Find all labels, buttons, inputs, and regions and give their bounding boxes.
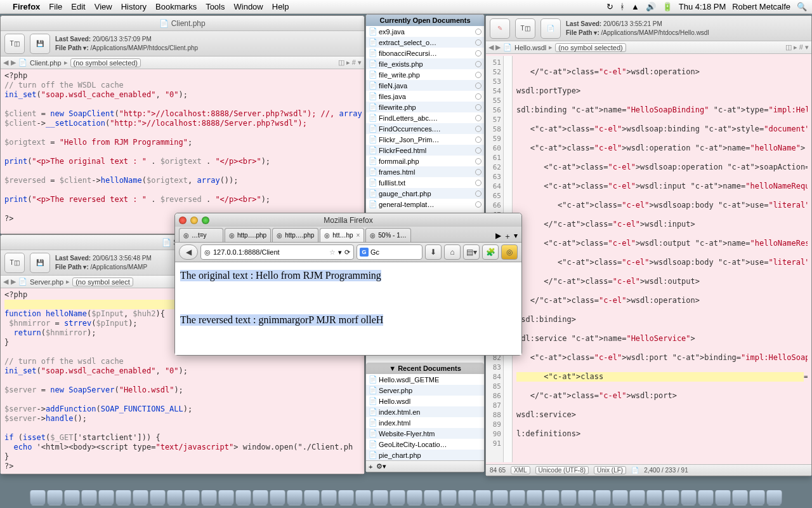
menu-help[interactable]: Help: [272, 2, 289, 11]
doc-row[interactable]: 📄 fileN.java: [366, 80, 484, 91]
doc-row[interactable]: 📄 fibonacciRecursi…: [366, 48, 484, 58]
browser-tab[interactable]: ◎http….php: [225, 228, 271, 242]
doc-row[interactable]: 📄 Hello.wsdl_GETME: [366, 374, 484, 385]
spotlight-icon[interactable]: 🔍: [797, 2, 807, 11]
gear-icon[interactable]: ⚙▾: [376, 462, 386, 471]
dock-icon[interactable]: [270, 490, 285, 505]
text-options-button[interactable]: T◫: [4, 253, 25, 273]
dock-icon[interactable]: [681, 490, 697, 505]
dock-icon[interactable]: [287, 490, 303, 505]
dock-icon[interactable]: [167, 490, 183, 505]
save-button[interactable]: 💾: [30, 34, 50, 54]
dock-icon[interactable]: [441, 490, 457, 505]
text-options-button[interactable]: T◫: [4, 34, 25, 54]
dock-icon[interactable]: [150, 490, 166, 505]
close-doc-icon[interactable]: [475, 29, 481, 35]
dock-icon[interactable]: [698, 490, 714, 505]
browser-tab[interactable]: ◎http….php: [272, 228, 318, 242]
clock[interactable]: Thu 4:18 PM: [679, 2, 726, 11]
nav-fwd-icon[interactable]: ▶: [11, 277, 16, 286]
encoding-select[interactable]: Unicode (UTF-8): [535, 466, 589, 474]
recent-docs-header[interactable]: ▼ Recent Documents: [366, 363, 484, 374]
doc-row[interactable]: 📄 file_exists.php: [366, 58, 484, 69]
dock-icon[interactable]: [372, 490, 388, 505]
home-button[interactable]: ⌂: [444, 244, 461, 260]
doc-row[interactable]: 📄 extract_select_o…: [366, 37, 484, 48]
reload-icon[interactable]: ⟳: [344, 248, 350, 257]
user-name[interactable]: Robert Metcalfe: [732, 2, 790, 11]
bookmarks-button[interactable]: ▤▾: [463, 244, 480, 260]
menu-history[interactable]: History: [121, 2, 147, 11]
doc-row[interactable]: 📄 FindOccurrences.…: [366, 123, 484, 134]
dock-icon[interactable]: [184, 490, 200, 505]
dock-icon[interactable]: [252, 490, 268, 505]
close-doc-icon[interactable]: [475, 126, 481, 132]
close-doc-icon[interactable]: [475, 61, 481, 67]
bookmark-star-icon[interactable]: ☆: [329, 248, 336, 257]
menu-tools[interactable]: Tools: [206, 2, 225, 11]
close-tab-icon[interactable]: ×: [356, 232, 360, 239]
edit-button[interactable]: ✎: [490, 18, 510, 39]
battery-icon[interactable]: 🔋: [662, 2, 672, 11]
dock-icon[interactable]: [732, 490, 748, 505]
dock-icon[interactable]: [561, 490, 577, 505]
dock-icon[interactable]: [133, 490, 148, 505]
doc-row[interactable]: 📄 Hello.wsdl: [366, 396, 484, 406]
close-doc-icon[interactable]: [475, 72, 481, 78]
crumb-file[interactable]: Server.php: [30, 278, 63, 286]
dock-icon[interactable]: [201, 490, 217, 505]
add-button[interactable]: +: [369, 463, 372, 471]
doc-row[interactable]: 📄 gauge_chart.php: [366, 188, 484, 199]
dock-icon[interactable]: [218, 490, 234, 505]
dock-icon[interactable]: [98, 490, 114, 505]
search-input[interactable]: G Gc: [357, 244, 422, 260]
doc-row[interactable]: 📄 filewrite.php: [366, 102, 484, 112]
close-doc-icon[interactable]: [475, 158, 481, 164]
dock-icon[interactable]: [115, 490, 131, 505]
dock[interactable]: [6, 478, 806, 505]
url-input[interactable]: ◎ 127.0.0.1:8888/Client ☆ ▾ ⟳: [200, 244, 354, 260]
recent-docs-list[interactable]: 📄 Hello.wsdl_GETME 📄 Server.php 📄 Hello.…: [366, 374, 484, 460]
menu-file[interactable]: File: [49, 2, 62, 11]
close-doc-icon[interactable]: [475, 104, 481, 110]
doc-row[interactable]: 📄 index.html.en: [366, 406, 484, 417]
doc-button[interactable]: 📄: [540, 18, 561, 39]
app-name[interactable]: Firefox: [13, 2, 40, 11]
browser-tab[interactable]: ◎50% - 1…: [365, 228, 410, 242]
close-doc-icon[interactable]: [475, 201, 481, 208]
browser-tab[interactable]: ◎…t=y: [179, 228, 223, 242]
dock-icon[interactable]: [424, 490, 440, 505]
doc-row[interactable]: 📄 file_write.php: [366, 69, 484, 80]
dock-icon[interactable]: [475, 490, 491, 505]
dock-icon[interactable]: [766, 490, 782, 505]
symbol-select[interactable]: (no symbol select: [72, 277, 133, 286]
wifi-icon[interactable]: ▲: [631, 2, 639, 11]
dock-icon[interactable]: [749, 490, 765, 505]
text-options-button[interactable]: T◫: [515, 18, 535, 39]
bluetooth-icon[interactable]: ᚼ: [620, 2, 625, 11]
save-button[interactable]: 💾: [30, 253, 50, 273]
crumb-file[interactable]: Hello.wsdl: [514, 44, 546, 51]
dock-icon[interactable]: [492, 490, 508, 505]
dock-icon[interactable]: [64, 490, 80, 505]
lang-select[interactable]: XML: [511, 466, 530, 474]
symbol-select[interactable]: (no symbol selected): [70, 58, 141, 67]
dropdown-icon[interactable]: ▾: [338, 248, 342, 257]
sync-icon[interactable]: ↻: [606, 2, 613, 11]
dock-icon[interactable]: [390, 490, 405, 505]
doc-row[interactable]: 📄 GeoLiteCity-Locatio…: [366, 439, 484, 450]
volume-icon[interactable]: 🔊: [646, 2, 656, 11]
doc-row[interactable]: 📄 formmail.php: [366, 156, 484, 166]
menu-view[interactable]: View: [95, 2, 112, 11]
doc-row[interactable]: 📄 fulllist.txt: [366, 177, 484, 188]
close-doc-icon[interactable]: [475, 137, 481, 143]
dock-icon[interactable]: [338, 490, 354, 505]
addon-button-2[interactable]: ◎: [501, 244, 518, 260]
doc-row[interactable]: 📄 frames.html: [366, 166, 484, 177]
doc-row[interactable]: 📄 FlickrFeed.html: [366, 145, 484, 156]
crumb-file[interactable]: Client.php: [30, 59, 62, 67]
symbol-select[interactable]: (no symbol selected): [555, 43, 626, 52]
doc-row[interactable]: 📄 ex9.java: [366, 26, 484, 37]
browser-tab[interactable]: ◎htt…hp×: [320, 228, 364, 242]
close-doc-icon[interactable]: [475, 147, 481, 154]
